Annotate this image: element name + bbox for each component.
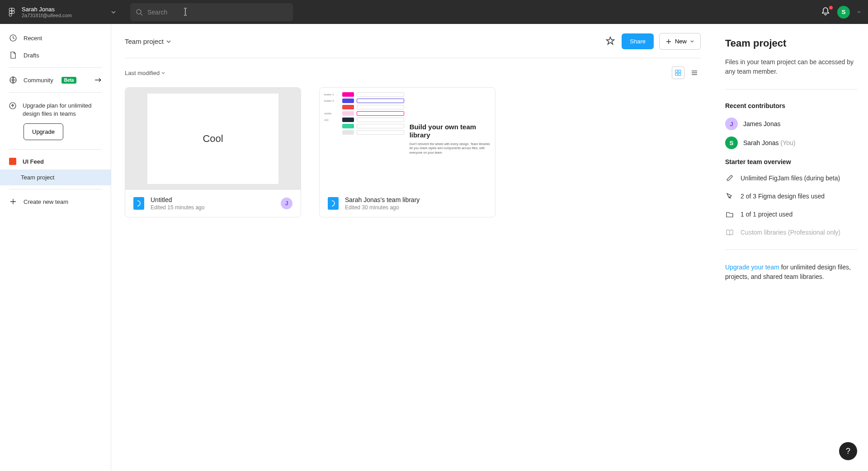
ruler-icon	[725, 174, 734, 183]
notifications-button[interactable]	[821, 7, 832, 18]
sort-dropdown[interactable]: Last modified	[125, 70, 165, 76]
right-panel: Team project Files in your team project …	[714, 24, 868, 471]
new-button[interactable]: New	[659, 33, 701, 50]
pen-icon	[725, 192, 734, 201]
svg-rect-5	[675, 70, 678, 72]
divider	[9, 92, 102, 93]
sort-label: Last modified	[125, 70, 160, 76]
upload-icon	[9, 102, 16, 110]
overview-label: Unlimited FigJam files (during beta)	[741, 174, 840, 182]
chevron-down-icon[interactable]	[111, 11, 116, 14]
overview-label: 1 of 1 project used	[741, 211, 793, 218]
team-color-swatch	[9, 158, 16, 165]
upgrade-link[interactable]: Upgrade your team	[725, 264, 779, 271]
svg-rect-8	[679, 73, 681, 75]
sidebar-label: Recent	[24, 35, 42, 42]
divider	[9, 189, 102, 189]
breadcrumb-label: Team project	[125, 38, 164, 45]
notification-dot	[829, 6, 833, 9]
svg-rect-6	[679, 70, 681, 72]
sidebar-item-recent[interactable]: Recent	[0, 29, 111, 47]
content: Team project Share New	[111, 24, 868, 471]
contributors-title: Recent contributors	[725, 102, 857, 109]
divider	[725, 250, 857, 250]
create-team-label: Create new team	[24, 198, 68, 205]
file-edited: Edited 15 minutes ago	[151, 204, 274, 211]
overview-label: 2 of 3 Figma design files used	[741, 193, 825, 200]
share-button[interactable]: Share	[622, 33, 654, 49]
search-bar[interactable]	[130, 3, 293, 21]
figma-logo-icon[interactable]	[7, 8, 16, 17]
view-toggle	[672, 66, 701, 79]
chevron-down-icon	[161, 72, 165, 74]
figma-file-icon	[328, 197, 339, 210]
file-meta: Sarah Jonas's team library Edited 30 min…	[320, 190, 495, 217]
user-email: 2a73181f@uifeed.com	[22, 13, 103, 18]
contributor-name: James Jonas	[743, 120, 780, 127]
file-name: Untitled	[151, 196, 274, 203]
user-menu[interactable]: Sarah Jonas 2a73181f@uifeed.com	[22, 6, 103, 18]
sidebar-item-drafts[interactable]: Drafts	[0, 47, 111, 64]
filters: Last modified	[125, 58, 701, 87]
globe-icon	[9, 76, 17, 84]
sidebar-item-community[interactable]: Community Beta	[0, 71, 111, 89]
user-avatar[interactable]: S	[837, 6, 850, 19]
plus-icon	[666, 39, 671, 44]
divider	[9, 67, 102, 68]
sidebar-project[interactable]: Team project	[0, 170, 111, 185]
arrow-right-icon	[94, 77, 102, 83]
svg-point-0	[12, 11, 14, 14]
folder-icon	[725, 210, 734, 219]
files-grid: Cool Untitled Edited 15 minutes ago J	[125, 87, 701, 217]
user-name: Sarah Jonas	[22, 6, 103, 13]
header-actions: Share New	[605, 33, 701, 50]
svg-rect-9	[727, 175, 733, 181]
contributor-row[interactable]: J James Jonas	[725, 118, 857, 130]
plus-icon	[9, 198, 17, 206]
library-desc: Don't reinvent the wheel with every desi…	[410, 142, 491, 154]
thumb-text: Cool	[147, 94, 278, 184]
file-card[interactable]: leader 1 leader 2 ubtitle ody Build your…	[319, 87, 495, 217]
upgrade-cta: Upgrade your team for unlimited design f…	[725, 263, 857, 282]
file-thumbnail: Cool	[125, 88, 301, 190]
panel-title: Team project	[725, 38, 857, 49]
overview-title: Starter team overview	[725, 158, 857, 165]
team-name: UI Feed	[23, 158, 44, 165]
new-label: New	[675, 38, 687, 45]
list-view-button[interactable]	[688, 66, 701, 79]
sidebar-team[interactable]: UI Feed	[0, 153, 111, 170]
panel-description: Files in your team project can be access…	[725, 57, 857, 76]
sidebar-create-team[interactable]: Create new team	[0, 193, 111, 210]
project-name: Team project	[21, 174, 54, 181]
star-button[interactable]	[605, 36, 616, 47]
beta-badge: Beta	[61, 77, 77, 84]
overview-item: 2 of 3 Figma design files used	[725, 192, 857, 201]
file-card[interactable]: Cool Untitled Edited 15 minutes ago J	[125, 87, 301, 217]
contributor-name: Sarah Jonas (You)	[743, 139, 795, 146]
svg-point-1	[137, 9, 141, 14]
chevron-down-icon	[166, 40, 171, 43]
search-input[interactable]	[147, 9, 288, 16]
overview-item: 1 of 1 project used	[725, 210, 857, 219]
content-main: Team project Share New	[111, 24, 714, 471]
contributor-row[interactable]: S Sarah Jonas (You)	[725, 137, 857, 149]
breadcrumb[interactable]: Team project	[125, 38, 171, 45]
sidebar: Recent Drafts Community Beta	[0, 24, 111, 471]
sidebar-label: Drafts	[24, 52, 39, 59]
chevron-down-icon[interactable]	[857, 11, 861, 13]
divider	[725, 89, 857, 89]
overview-label: Custom libraries (Professional only)	[741, 229, 840, 236]
help-button[interactable]: ?	[839, 442, 857, 460]
file-meta: Untitled Edited 15 minutes ago J	[125, 190, 301, 217]
contributor-avatar: J	[725, 118, 738, 130]
topbar: Sarah Jonas 2a73181f@uifeed.com S	[0, 0, 868, 24]
file-edited: Edited 30 minutes ago	[345, 204, 487, 211]
grid-view-button[interactable]	[672, 66, 684, 79]
clock-icon	[9, 34, 17, 42]
upgrade-text: Upgrade plan for unlimited design files …	[23, 102, 102, 118]
file-icon	[9, 51, 17, 59]
upgrade-promo: Upgrade plan for unlimited design files …	[0, 96, 111, 146]
book-icon	[725, 228, 734, 237]
upgrade-button[interactable]: Upgrade	[24, 123, 63, 140]
file-contributor-avatar: J	[281, 198, 292, 209]
